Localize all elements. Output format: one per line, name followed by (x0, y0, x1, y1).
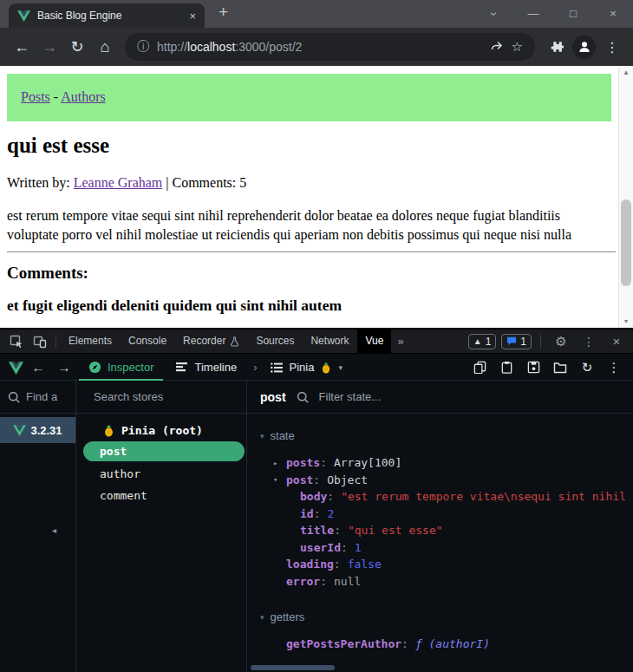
state-key: userId (300, 541, 341, 554)
forward-button[interactable]: → (36, 34, 62, 60)
browser-menu-kebab-icon[interactable]: ⋮ (600, 39, 624, 55)
colon: : (320, 575, 327, 588)
store-item-author[interactable]: author (76, 466, 246, 483)
refresh-icon[interactable]: ↻ (577, 360, 597, 375)
state-key: post (286, 473, 313, 486)
state-value: null (334, 575, 361, 588)
colon: : (327, 490, 334, 503)
nav-link-authors[interactable]: Authors (61, 89, 106, 104)
recorder-label: Recorder (183, 329, 225, 353)
state-row-error[interactable]: error: null (260, 573, 633, 590)
extensions-puzzle-icon[interactable] (544, 40, 568, 55)
vue-back-button[interactable]: ← (27, 360, 49, 375)
vue-menu-kebab-icon[interactable]: ⋮ (604, 360, 624, 375)
chevron-right-icon[interactable]: › (250, 361, 260, 374)
devtools-close-icon[interactable]: × (605, 334, 628, 349)
inspect-element-icon[interactable] (5, 335, 28, 349)
devtools-tab-recorder[interactable]: Recorder (175, 329, 247, 353)
tab-close-icon[interactable]: × (189, 10, 196, 22)
reload-button[interactable]: ↻ (64, 34, 90, 60)
scroll-down-icon[interactable]: ▾ (619, 317, 633, 325)
state-row-title[interactable]: title: "qui est esse" (260, 522, 633, 539)
state-row-post[interactable]: ▾ post: Object (260, 472, 633, 489)
state-column: post ▾ state ▸ posts: Array[100] (247, 381, 633, 672)
inspector-label: Inspector (108, 361, 153, 374)
url-text[interactable]: http://localhost:3000/post/2 (157, 40, 482, 54)
minimize-button[interactable]: — (513, 0, 553, 28)
search-stores-row[interactable] (76, 381, 246, 414)
store-root-pinia[interactable]: Pinia (root) (76, 421, 246, 440)
find-app-row[interactable] (0, 381, 75, 414)
colon: : (341, 541, 348, 554)
colon: : (314, 507, 321, 520)
page-scrollbar[interactable]: ▲ ▾ (618, 66, 633, 328)
browser-tab[interactable]: Basic Blog Engine × (9, 3, 205, 28)
page-content: Posts - Authors qui est esse Written by:… (0, 66, 633, 328)
back-button[interactable]: ← (9, 34, 35, 60)
post-byline: Written by: Leanne Graham | Comments: 5 (7, 175, 246, 191)
section-getters[interactable]: ▾ getters (260, 610, 633, 623)
post-title: qui est esse (7, 134, 109, 158)
state-value: 1 (355, 541, 362, 554)
bookmark-star-icon[interactable]: ☆ (512, 39, 523, 55)
new-tab-button[interactable]: + (219, 3, 228, 22)
clipboard-icon[interactable] (496, 361, 517, 374)
share-icon[interactable] (490, 40, 504, 54)
messages-badge[interactable]: 1 (501, 334, 532, 349)
compass-icon (88, 361, 101, 374)
search-icon (297, 391, 309, 403)
profile-avatar[interactable] (572, 36, 596, 59)
tab-search-icon[interactable]: › (480, 12, 507, 16)
devtools-tab-sources[interactable]: Sources (248, 329, 302, 353)
close-window-button[interactable]: × (593, 0, 633, 28)
post-body: est rerum tempore vitae sequi sint nihil… (7, 206, 605, 244)
search-icon (8, 391, 20, 403)
devtools-menu-kebab-icon[interactable]: ⋮ (578, 335, 600, 349)
getter-value: ƒ (authorI) (415, 637, 490, 650)
devtools-settings-gear-icon[interactable]: ⚙ (550, 334, 572, 349)
section-state[interactable]: ▾ state (260, 429, 633, 442)
vue-forward-button[interactable]: → (53, 360, 75, 375)
state-row-body[interactable]: body: "est rerum tempore vitae\nsequi si… (260, 488, 633, 506)
state-row-posts[interactable]: ▸ posts: Array[100] (260, 454, 633, 472)
scrollbar-thumb[interactable] (621, 199, 631, 286)
address-bar[interactable]: ⓘ http://localhost:3000/post/2 ☆ (125, 33, 535, 61)
nav-separator: - (50, 89, 61, 104)
devtools-tab-elements[interactable]: Elements (61, 329, 120, 353)
caret-right-icon[interactable]: ▸ (273, 459, 286, 467)
state-row-userId[interactable]: userId: 1 (260, 539, 633, 557)
save-icon[interactable] (523, 361, 544, 374)
find-app-input[interactable] (26, 390, 66, 403)
nav-link-posts[interactable]: Posts (21, 89, 50, 104)
home-button[interactable]: ⌂ (92, 34, 118, 60)
state-row-loading[interactable]: loading: false (260, 556, 633, 573)
author-link[interactable]: Leanne Graham (74, 175, 163, 190)
vue-app-icon (13, 424, 26, 436)
device-toolbar-icon[interactable] (29, 335, 51, 349)
caret-down-icon[interactable]: ▾ (273, 475, 286, 484)
site-info-icon[interactable]: ⓘ (137, 39, 149, 55)
issues-badge[interactable]: ▲1 (468, 334, 497, 349)
store-item-post-selected[interactable]: post (83, 441, 245, 461)
app-item-vue[interactable]: 3.2.31 (0, 417, 75, 443)
copy-icon[interactable] (469, 361, 490, 374)
state-value: 2 (327, 507, 334, 520)
collapse-sidebar-icon[interactable]: ◂ (52, 525, 56, 535)
plugin-picker-pinia[interactable]: Pinia ▾ (264, 361, 349, 374)
getter-row-getPostsPerAuthor[interactable]: getPostsPerAuthor: ƒ (authorI) (260, 636, 633, 653)
folder-icon[interactable] (550, 362, 571, 374)
state-row-id[interactable]: id: 2 (260, 506, 633, 523)
vue-tab-inspector[interactable]: Inspector (79, 355, 163, 381)
more-tabs-icon[interactable]: » (392, 335, 408, 348)
vue-tab-timeline[interactable]: Timeline (166, 355, 246, 381)
filter-state-input[interactable] (319, 390, 620, 403)
devtools-tab-network[interactable]: Network (303, 329, 356, 353)
devtools-tab-console[interactable]: Console (121, 329, 174, 353)
search-stores-input[interactable] (94, 390, 246, 403)
store-item-comment[interactable]: comment (76, 487, 246, 505)
maximize-button[interactable]: □ (553, 0, 593, 28)
horizontal-scrollbar-thumb[interactable] (251, 665, 335, 670)
devtools-tab-vue[interactable]: Vue (357, 329, 391, 353)
state-value: Array[100] (334, 456, 401, 469)
scroll-up-icon[interactable]: ▲ (619, 69, 633, 76)
